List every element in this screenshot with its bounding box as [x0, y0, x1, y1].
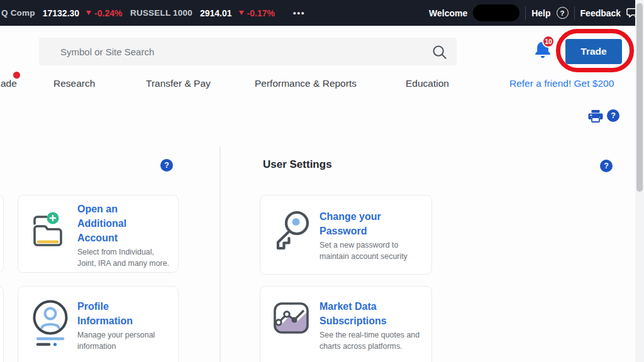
trade-button[interactable]: Trade — [565, 39, 622, 64]
page-help-icon[interactable]: ? — [607, 109, 619, 122]
key-icon — [272, 208, 311, 258]
card-change-password[interactable]: Change your Password Set a new password … — [260, 195, 432, 275]
ticker-label: Q Comp — [1, 8, 35, 18]
account-settings-help-icon[interactable]: ? — [160, 159, 173, 172]
card-title: Change your Password — [319, 209, 381, 238]
card-title: Profile Information — [77, 299, 133, 328]
user-settings-title: User Settings — [263, 158, 332, 171]
partial-card-left-top[interactable] — [0, 195, 4, 273]
ticker-change: -0.17% — [247, 8, 275, 18]
print-icon[interactable] — [588, 109, 603, 123]
card-title: Open an Additional Account — [77, 202, 126, 245]
folder-add-icon — [30, 211, 69, 251]
welcome-label: Welcome — [429, 8, 467, 18]
ticker-more-menu[interactable]: ••• — [293, 0, 306, 26]
username-redacted — [473, 4, 519, 21]
scrollbar-track — [635, 0, 644, 362]
ticker-bar: Q Comp 17132.30 -0.24% RUSSELL 1000 2914… — [0, 0, 644, 26]
feedback-link[interactable]: Feedback — [580, 8, 621, 18]
page: Q Comp 17132.30 -0.24% RUSSELL 1000 2914… — [0, 0, 644, 362]
card-subtitle: Set a new password to maintain account s… — [319, 239, 419, 262]
card-profile-information[interactable]: Profile Information Manage your personal… — [18, 286, 179, 362]
more-dots-icon: ••• — [293, 8, 306, 18]
column-divider — [219, 146, 221, 362]
nav-item-performance-reports[interactable]: Performance & Reports — [255, 78, 357, 89]
nav-item-trade-partial[interactable]: ade — [1, 78, 17, 89]
scrollbar-thumb[interactable] — [636, 3, 643, 192]
divider — [525, 6, 526, 20]
card-subtitle: Select from Individual, Joint, IRA and m… — [77, 246, 173, 269]
nav-item-transfer-pay[interactable]: Transfer & Pay — [146, 78, 211, 89]
user-settings-help-icon[interactable]: ? — [600, 160, 613, 172]
market-data-chart-icon — [273, 302, 309, 338]
ticker-label: RUSSELL 1000 — [130, 8, 192, 18]
card-title: Market Data Subscriptions — [319, 299, 387, 328]
ticker-russell-1000: RUSSELL 1000 2914.01 -0.17% — [130, 0, 275, 26]
card-subtitle: See the real-time quotes and charts acro… — [319, 329, 421, 352]
refer-a-friend-link[interactable]: Refer a friend! Get $200 — [509, 78, 614, 89]
search-input[interactable] — [39, 38, 444, 65]
help-question-icon[interactable]: ? — [557, 7, 569, 19]
topbar-right-group: Welcome Help ? Feedback — [429, 0, 640, 26]
help-menu[interactable]: Help — [531, 8, 550, 18]
notification-count-badge: 10 — [542, 35, 555, 48]
down-triangle-icon — [86, 11, 91, 15]
nav-item-education[interactable]: Education — [406, 78, 449, 89]
down-triangle-icon — [239, 11, 244, 15]
nav-item-research[interactable]: Research — [53, 78, 95, 89]
ticker-change: -0.24% — [94, 8, 122, 18]
search-bar — [39, 38, 457, 65]
divider — [574, 6, 575, 20]
card-market-data-subscriptions[interactable]: Market Data Subscriptions See the real-t… — [260, 286, 432, 362]
card-open-additional-account[interactable]: Open an Additional Account Select from I… — [18, 195, 179, 273]
partial-card-left-bottom[interactable] — [0, 286, 4, 362]
ticker-value: 17132.30 — [43, 8, 79, 18]
ticker-nasdaq: Q Comp 17132.30 -0.24% — [1, 0, 122, 26]
ticker-value: 2914.01 — [200, 8, 232, 18]
card-subtitle: Manage your personal information — [77, 329, 172, 352]
profile-icon — [32, 299, 70, 352]
search-icon[interactable] — [431, 44, 448, 60]
nav-trade-alert-dot — [13, 72, 20, 79]
